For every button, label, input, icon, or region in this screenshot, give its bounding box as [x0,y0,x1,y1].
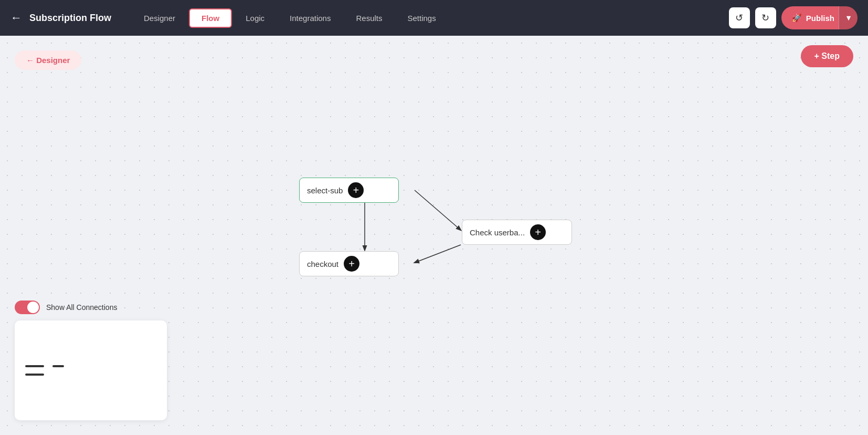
legend-bar-2 [52,365,64,367]
node-check-userba-label: Check userba... [470,228,525,237]
legend-line-2 [25,374,156,376]
node-checkout-plus[interactable]: + [344,256,359,272]
topnav-right: ↺ ↻ 🚀 Publish ▾ [729,6,858,29]
designer-back-button[interactable]: ← Designer [15,50,81,70]
main-canvas[interactable]: ← Designer + Step select-sub + checkout … [0,36,868,435]
node-check-userba-plus[interactable]: + [530,224,546,240]
tab-logic[interactable]: Logic [234,9,276,27]
tab-designer[interactable]: Designer [132,9,187,27]
undo-button[interactable]: ↺ [729,7,750,28]
node-select-sub-label: select-sub [307,186,343,195]
toggle-knob [27,302,39,313]
publish-icon: 🚀 [792,13,802,23]
legend-bar-1 [25,365,44,367]
node-checkout-label: checkout [307,260,338,268]
publish-button[interactable]: 🚀 Publish ▾ [781,6,858,29]
node-select-sub-plus[interactable]: + [348,182,364,198]
legend-bar-3 [25,374,44,376]
toggle-row: Show All Connections [15,301,117,314]
svg-line-1 [415,190,461,230]
back-button[interactable]: ← [10,11,22,25]
page-title: Subscription Flow [29,13,111,24]
toggle-label: Show All Connections [46,303,117,312]
publish-label: Publish [806,14,834,23]
publish-chevron[interactable]: ▾ [839,6,858,29]
add-step-button[interactable]: + Step [801,45,853,67]
redo-button[interactable]: ↻ [755,7,776,28]
toggle-panel: Show All Connections [15,301,117,314]
node-select-sub[interactable]: select-sub + [299,178,399,203]
node-check-userba[interactable]: Check userba... + [462,220,572,245]
topnav: ← Subscription Flow Designer Flow Logic … [0,0,868,36]
show-connections-toggle[interactable] [15,301,40,314]
legend-box [15,320,167,420]
svg-line-2 [415,245,461,263]
tab-integrations[interactable]: Integrations [278,9,342,27]
tab-flow[interactable]: Flow [189,8,232,28]
tab-settings[interactable]: Settings [396,9,447,27]
legend-line-1 [25,365,156,367]
nav-tabs: Designer Flow Logic Integrations Results… [132,8,729,28]
tab-results[interactable]: Results [344,9,394,27]
node-checkout[interactable]: checkout + [299,251,399,276]
